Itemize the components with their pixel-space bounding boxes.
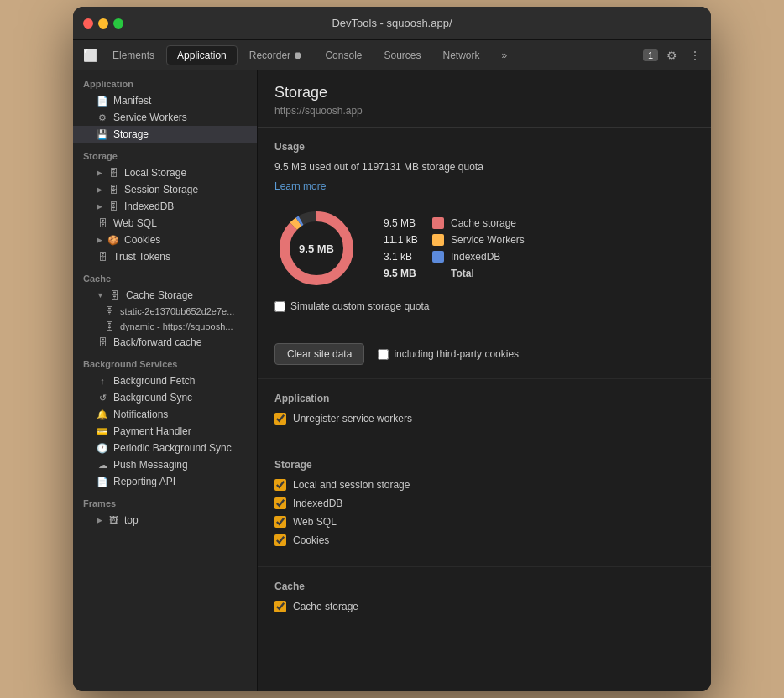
payment-handler-icon: 💳: [97, 426, 108, 437]
unregister-sw-checkbox[interactable]: [274, 413, 286, 425]
sidebar-section-frames: Frames: [73, 490, 257, 512]
tab-recorder[interactable]: Recorder ⏺: [239, 46, 314, 65]
third-party-cookies-label[interactable]: including third-party cookies: [378, 348, 519, 360]
expand-arrow-icon: ▶: [97, 236, 102, 244]
sidebar-item-cookies[interactable]: ▶ 🍪 Cookies: [73, 232, 257, 248]
settings-icon[interactable]: ⚙: [663, 47, 681, 64]
sidebar-item-label: Trust Tokens: [113, 251, 170, 263]
sidebar-item-reporting-api[interactable]: 📄 Reporting API: [73, 473, 257, 490]
frame-icon: 🖼: [107, 515, 119, 525]
sidebar-item-cache-static[interactable]: 🗄 static-2e1370bb652d2e7e...: [73, 304, 257, 319]
periodic-bg-sync-icon: 🕐: [97, 443, 108, 454]
minimize-button[interactable]: [98, 18, 108, 29]
sidebar-item-bg-sync[interactable]: ↺ Background Sync: [73, 389, 257, 406]
tab-elements[interactable]: Elements: [102, 46, 165, 65]
session-storage-icon: 🗄: [107, 185, 119, 195]
sidebar-item-manifest[interactable]: 📄 Manifest: [73, 92, 257, 109]
simulate-checkbox-label[interactable]: Simulate custom storage quota: [274, 300, 429, 312]
maximize-button[interactable]: [113, 18, 123, 29]
sidebar-item-label: dynamic - https://squoosh...: [120, 321, 233, 331]
sidebar-item-label: Notifications: [113, 409, 168, 420]
sidebar-section-application: Application: [73, 70, 257, 92]
sidebar-item-bg-fetch[interactable]: ↑ Background Fetch: [73, 372, 257, 389]
web-sql-label: Web SQL: [293, 516, 337, 528]
chart-legend: 9.5 MB Cache storage 11.1 kB Service Wor…: [384, 217, 525, 279]
expand-arrow-icon: ▶: [97, 185, 102, 194]
tab-console[interactable]: Console: [315, 46, 372, 65]
third-party-cookies-checkbox[interactable]: [378, 349, 389, 360]
sidebar-item-storage[interactable]: 💾 Storage: [73, 126, 257, 143]
check-item-local-session: Local and session storage: [274, 479, 694, 491]
web-sql-icon: 🗄: [97, 218, 108, 228]
bg-fetch-icon: ↑: [97, 376, 108, 386]
sidebar-section-storage: Storage: [73, 143, 257, 164]
clear-site-data-button[interactable]: Clear site data: [274, 343, 364, 365]
expand-down-arrow-icon: ▼: [97, 291, 104, 300]
sidebar-item-label: Storage: [113, 128, 149, 140]
sidebar-item-web-sql[interactable]: 🗄 Web SQL: [73, 215, 257, 232]
sidebar-item-local-storage[interactable]: ▶ 🗄 Local Storage: [73, 164, 257, 181]
sidebar-item-service-workers[interactable]: ⚙ Service Workers: [73, 109, 257, 126]
sidebar-item-push-messaging[interactable]: ☁ Push Messaging: [73, 456, 257, 473]
cache-subsection-title: Cache: [274, 581, 694, 592]
page-title: Storage: [274, 84, 694, 102]
close-button[interactable]: [83, 18, 93, 29]
legend-color-sw: [432, 234, 444, 246]
web-sql-checkbox[interactable]: [274, 516, 286, 528]
content-panel: Storage https://squoosh.app Usage 9.5 MB…: [258, 70, 711, 691]
simulate-label: Simulate custom storage quota: [290, 300, 429, 312]
sidebar-item-top-frame[interactable]: ▶ 🖼 top: [73, 512, 257, 529]
devtools-icon: ⬜: [80, 49, 101, 62]
cookies-checkbox[interactable]: [274, 534, 286, 546]
tabbar: ⬜ Elements Application Recorder ⏺ Consol…: [73, 40, 711, 70]
indexeddb-icon: 🗄: [107, 201, 119, 211]
sidebar-item-bfcache[interactable]: 🗄 Back/forward cache: [73, 334, 257, 351]
tab-more[interactable]: »: [492, 46, 518, 65]
legend-name: Service Workers: [451, 234, 525, 246]
content-header: Storage https://squoosh.app: [258, 70, 711, 128]
sidebar-item-label: top: [124, 514, 139, 526]
sidebar-item-session-storage[interactable]: ▶ 🗄 Session Storage: [73, 181, 257, 198]
legend-value-total: 9.5 MB: [384, 268, 426, 279]
more-icon[interactable]: ⋮: [686, 47, 704, 64]
check-item-web-sql: Web SQL: [274, 516, 694, 528]
check-item-cookies: Cookies: [274, 534, 694, 546]
sidebar-item-indexeddb[interactable]: ▶ 🗄 IndexedDB: [73, 198, 257, 215]
local-session-label: Local and session storage: [293, 479, 410, 491]
sidebar-item-label: Push Messaging: [113, 459, 188, 471]
devtools-window: DevTools - squoosh.app/ ⬜ Elements Appli…: [73, 7, 711, 691]
tab-network[interactable]: Network: [433, 46, 490, 65]
storage-subsection-title: Storage: [274, 459, 694, 471]
sidebar-item-periodic-bg-sync[interactable]: 🕐 Periodic Background Sync: [73, 440, 257, 456]
donut-label: 9.5 MB: [299, 242, 334, 255]
sidebar-item-trust-tokens[interactable]: 🗄 Trust Tokens: [73, 248, 257, 265]
sidebar-item-cache-storage[interactable]: ▼ 🗄 Cache Storage: [73, 287, 257, 304]
local-session-checkbox[interactable]: [274, 479, 286, 491]
clear-section: Clear site data including third-party co…: [258, 326, 711, 379]
tab-sources[interactable]: Sources: [374, 46, 431, 65]
legend-value: 3.1 kB: [384, 251, 426, 263]
learn-more-link[interactable]: Learn more: [274, 180, 326, 192]
sidebar-item-cache-dynamic[interactable]: 🗄 dynamic - https://squoosh...: [73, 319, 257, 334]
third-party-cookies-text: including third-party cookies: [394, 348, 519, 360]
legend-value: 9.5 MB: [384, 217, 426, 229]
sidebar-item-label: Background Sync: [113, 392, 192, 404]
legend-name: IndexedDB: [451, 251, 500, 263]
sidebar-item-label: Payment Handler: [113, 425, 191, 437]
sidebar-section-background: Background Services: [73, 351, 257, 372]
indexeddb-checkbox[interactable]: [274, 497, 286, 509]
bg-sync-icon: ↺: [97, 393, 108, 404]
storage-icon: 💾: [97, 129, 108, 140]
cookies-icon: 🍪: [107, 235, 119, 246]
tabbar-right: 1 ⚙ ⋮: [643, 47, 704, 64]
usage-section: Usage 9.5 MB used out of 1197131 MB stor…: [258, 128, 711, 326]
cache-storage-checkbox[interactable]: [274, 601, 286, 612]
simulate-checkbox[interactable]: [274, 301, 285, 312]
tab-application[interactable]: Application: [166, 45, 238, 65]
sidebar-section-cache: Cache: [73, 265, 257, 287]
window-title: DevTools - squoosh.app/: [332, 17, 452, 29]
legend-name-total: Total: [451, 268, 474, 279]
sidebar-item-payment-handler[interactable]: 💳 Payment Handler: [73, 423, 257, 440]
sidebar-item-notifications[interactable]: 🔔 Notifications: [73, 406, 257, 423]
usage-text: 9.5 MB used out of 1197131 MB storage qu…: [274, 161, 694, 173]
